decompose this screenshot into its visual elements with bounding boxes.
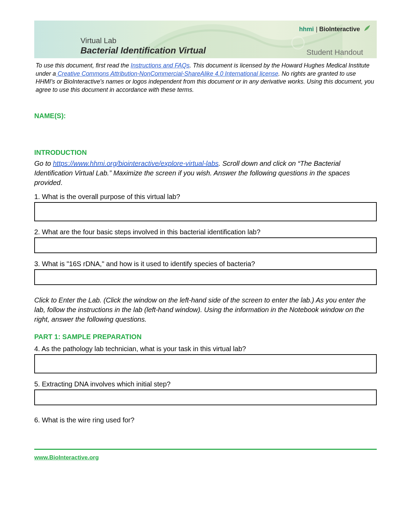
instructions-faq-link[interactable]: Instructions and FAQs	[131, 62, 190, 69]
question-6: 6. What is the wire ring used for?	[34, 416, 377, 425]
part-1-heading: PART 1: SAMPLE PREPARATION	[34, 332, 377, 342]
logo-hhmi-text: hhmi	[299, 26, 314, 33]
intro-goto: Go to	[34, 160, 53, 167]
names-heading: NAME(S):	[34, 111, 377, 121]
intro-period: .	[61, 179, 63, 186]
license-text: To use this document, first read the Ins…	[36, 62, 375, 94]
leaf-icon	[363, 25, 371, 34]
virtual-labs-link[interactable]: https://www.hhmi.org/biointeractive/expl…	[53, 160, 219, 167]
answer-box-5[interactable]	[34, 389, 377, 405]
logo-separator: |	[316, 26, 317, 33]
question-2: 2. What are the four basic steps involve…	[34, 227, 377, 237]
question-1: 1. What is the overall purpose of this v…	[34, 192, 377, 201]
footer-link[interactable]: www.BioInteractive.org	[34, 454, 99, 461]
question-5: 5. Extracting DNA involves which initial…	[34, 380, 377, 389]
answer-box-3[interactable]	[34, 269, 377, 285]
banner-title: Bacterial Identification Virtual	[80, 45, 206, 57]
student-handout-label: Student Handout	[307, 47, 363, 58]
introduction-heading: INTRODUCTION	[34, 148, 377, 157]
answer-box-4[interactable]	[34, 354, 377, 373]
creative-commons-link[interactable]: Creative Commons Attribution-NonCommerci…	[56, 70, 278, 77]
question-3: 3. What is "16S rDNA," and how is it use…	[34, 259, 377, 269]
introduction-text: Go to https://www.hhmi.org/biointeractiv…	[34, 159, 377, 187]
banner-logo: hhmi| BioInteractive	[299, 25, 371, 34]
enter-lab-instructions: Click to Enter the Lab. (Click the windo…	[34, 295, 377, 324]
answer-box-1[interactable]	[34, 202, 377, 221]
footer-rule	[34, 449, 377, 450]
question-4: 4. As the pathology lab technician, what…	[34, 344, 377, 354]
logo-biointeractive-text: BioInteractive	[319, 26, 360, 33]
header-banner: Virtual Lab Bacterial Identification Vir…	[34, 21, 377, 58]
answer-box-2[interactable]	[34, 237, 377, 253]
license-prefix: To use this document, first read the	[36, 62, 131, 69]
